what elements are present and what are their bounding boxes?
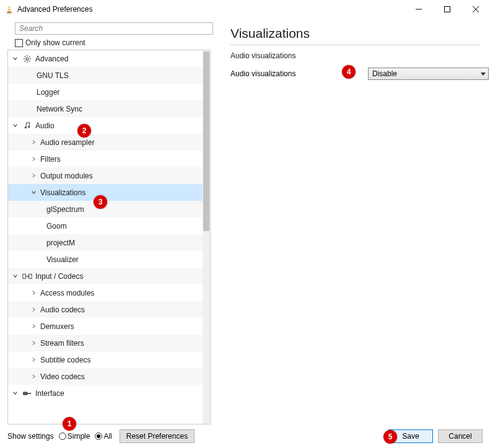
chevron-down-icon[interactable] bbox=[12, 56, 18, 62]
codec-icon bbox=[22, 271, 33, 281]
window-title: Advanced Preferences bbox=[17, 5, 92, 14]
annotation-3: 3 bbox=[94, 195, 107, 209]
tree-item-subtitle-codecs[interactable]: Subtitle codecs bbox=[8, 351, 203, 368]
tree-item-label: glSpectrum bbox=[46, 205, 84, 214]
svg-line-14 bbox=[29, 60, 30, 61]
titlebar: Advanced Preferences bbox=[0, 0, 490, 19]
tree-item-video-codecs[interactable]: Video codecs bbox=[8, 368, 203, 385]
show-settings-label: Show settings bbox=[7, 432, 54, 441]
annotation-1: 1 bbox=[63, 417, 76, 431]
tree-item-stream-filters[interactable]: Stream filters bbox=[8, 335, 203, 351]
tree-item-label: Video codecs bbox=[40, 372, 85, 381]
radio-icon bbox=[95, 433, 102, 440]
tree-item-logger[interactable]: Logger bbox=[8, 84, 203, 100]
chevron-right-icon[interactable] bbox=[30, 323, 37, 330]
tree-item-label: Visualizer bbox=[46, 255, 79, 264]
vlc-cone-icon bbox=[5, 5, 14, 14]
tree-item-label: Logger bbox=[37, 88, 59, 97]
svg-line-15 bbox=[29, 56, 30, 57]
tree-item-label: Audio codecs bbox=[40, 305, 85, 314]
svg-point-8 bbox=[26, 58, 28, 60]
svg-point-18 bbox=[28, 126, 30, 128]
chevron-right-icon[interactable] bbox=[30, 156, 37, 162]
tree-item-label: Input / Codecs bbox=[35, 272, 83, 281]
tree-item-interface[interactable]: Interface bbox=[8, 385, 203, 402]
tree-item-label: Visualizations bbox=[40, 188, 85, 197]
radio-simple[interactable]: Simple bbox=[59, 432, 90, 441]
tree-item-label: Interface bbox=[35, 389, 64, 398]
tree-item-advanced[interactable]: Advanced bbox=[8, 50, 203, 67]
tree-item-access-modules[interactable]: Access modules bbox=[8, 284, 203, 301]
cancel-button[interactable]: Cancel bbox=[438, 429, 483, 443]
chevron-right-icon[interactable] bbox=[30, 307, 37, 313]
note-icon bbox=[22, 121, 33, 131]
svg-line-13 bbox=[25, 56, 26, 57]
tree-item-label: projectM bbox=[46, 239, 75, 247]
maximize-button[interactable] bbox=[433, 0, 462, 19]
tree-item-label: Advanced bbox=[35, 55, 68, 63]
tree-item-label: Demuxers bbox=[40, 322, 74, 331]
tree-item-visualizer[interactable]: Visualizer bbox=[8, 251, 203, 268]
chevron-right-icon[interactable] bbox=[30, 340, 37, 346]
annotation-4: 4 bbox=[342, 65, 356, 79]
svg-rect-20 bbox=[23, 274, 25, 278]
tree-item-input-codecs[interactable]: Input / Codecs bbox=[8, 268, 203, 284]
panel-heading: Visualizations bbox=[230, 26, 480, 45]
dropdown-value: Disable bbox=[372, 69, 397, 78]
tree-item-label: Output modules bbox=[40, 172, 93, 180]
tree-item-output-modules[interactable]: Output modules bbox=[8, 167, 203, 184]
tree-item-filters[interactable]: Filters bbox=[8, 151, 203, 167]
chevron-right-icon[interactable] bbox=[30, 173, 37, 179]
chevron-right-icon[interactable] bbox=[30, 290, 37, 296]
svg-rect-3 bbox=[8, 10, 11, 11]
tree-item-label: Audio resampler bbox=[40, 138, 94, 147]
svg-rect-5 bbox=[445, 7, 450, 12]
brush-icon bbox=[22, 389, 33, 398]
search-input[interactable] bbox=[15, 22, 213, 35]
checkbox-icon bbox=[15, 39, 23, 47]
chevron-down-icon[interactable] bbox=[12, 273, 18, 279]
tree-item-goom[interactable]: Goom bbox=[8, 217, 203, 234]
minimize-button[interactable] bbox=[405, 0, 433, 19]
chevron-down-icon[interactable] bbox=[12, 123, 18, 129]
tree-item-audio[interactable]: Audio bbox=[8, 117, 203, 134]
tree-item-label: Network Sync bbox=[37, 105, 82, 113]
only-show-current-checkbox[interactable]: Only show current bbox=[15, 38, 213, 47]
svg-rect-23 bbox=[23, 392, 28, 395]
tree-item-audio-resampler[interactable]: Audio resampler bbox=[8, 134, 203, 151]
audio-visualizations-dropdown[interactable]: Disable bbox=[368, 68, 489, 80]
tree-item-label: Access modules bbox=[40, 289, 94, 297]
window-controls bbox=[405, 0, 490, 19]
chevron-down-icon[interactable] bbox=[30, 190, 37, 196]
tree-item-label: Subtitle codecs bbox=[40, 356, 90, 364]
tree-item-label: Goom bbox=[46, 222, 67, 231]
tree-item-label: Filters bbox=[40, 155, 61, 164]
chevron-right-icon[interactable] bbox=[30, 374, 37, 380]
svg-rect-2 bbox=[8, 8, 11, 9]
gear-icon bbox=[22, 54, 33, 64]
svg-rect-1 bbox=[7, 12, 12, 14]
svg-rect-24 bbox=[28, 393, 31, 394]
chevron-down-icon bbox=[481, 72, 486, 76]
tree-item-demuxers[interactable]: Demuxers bbox=[8, 318, 203, 335]
preferences-tree: AdvancedGNU TLSLoggerNetwork SyncAudioAu… bbox=[7, 50, 211, 424]
tree-item-network-sync[interactable]: Network Sync bbox=[8, 100, 203, 117]
tree-item-label: Audio bbox=[35, 121, 55, 130]
svg-line-16 bbox=[25, 60, 26, 61]
tree-item-projectm[interactable]: projectM bbox=[8, 234, 203, 251]
annotation-2: 2 bbox=[77, 124, 91, 138]
close-button[interactable] bbox=[462, 0, 490, 19]
tree-item-gnu-tls[interactable]: GNU TLS bbox=[8, 67, 203, 84]
chevron-down-icon[interactable] bbox=[12, 390, 18, 397]
chevron-right-icon[interactable] bbox=[30, 139, 37, 146]
scrollbar-thumb[interactable] bbox=[203, 51, 209, 231]
radio-icon bbox=[59, 433, 66, 440]
radio-all[interactable]: All bbox=[95, 432, 112, 441]
chevron-right-icon[interactable] bbox=[30, 357, 37, 363]
tree-item-audio-codecs[interactable]: Audio codecs bbox=[8, 301, 203, 318]
tree-scrollbar[interactable] bbox=[203, 50, 210, 424]
reset-preferences-button[interactable]: Reset Preferences bbox=[120, 429, 195, 443]
panel-section-label: Audio visualizations bbox=[230, 51, 480, 60]
tree-item-label: Stream filters bbox=[40, 339, 84, 348]
only-show-current-label: Only show current bbox=[25, 38, 85, 47]
